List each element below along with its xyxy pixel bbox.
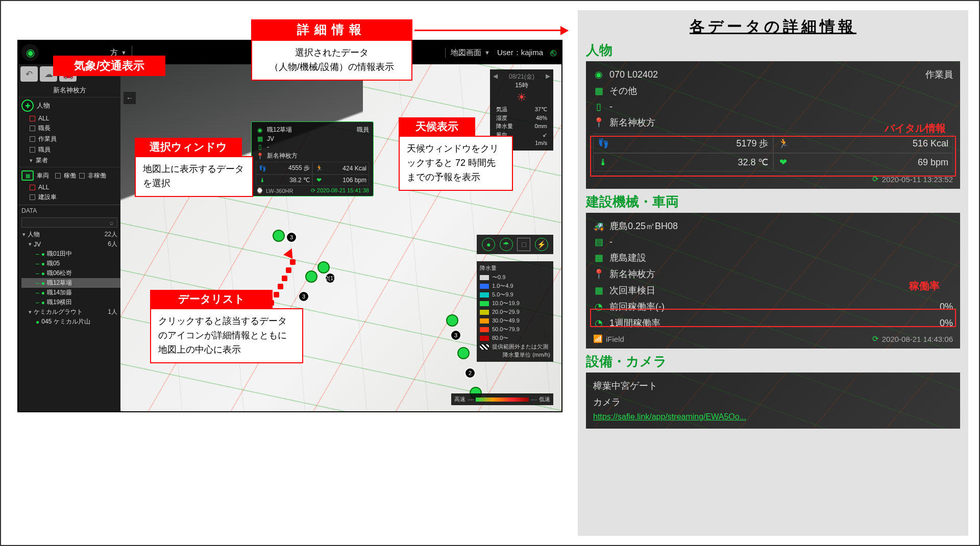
- map-cluster[interactable]: 2(1): [325, 272, 336, 284]
- clock-icon: ⟳: [872, 175, 879, 184]
- callout-select-title: 選択ウィンドウ: [135, 138, 242, 156]
- speed-legend: 高速········低速: [451, 393, 553, 405]
- vehicle-all[interactable]: ALL: [30, 183, 120, 192]
- side-panel: ↶ ☁ 🚗 新名神枚方 ✚ 人物 ALL 職長 作業員 職員 ▾業者 ▦ 車両 …: [18, 64, 120, 411]
- map-marker[interactable]: [317, 261, 330, 274]
- collapse-side-button[interactable]: ←: [124, 92, 136, 104]
- heart-icon: ❤: [315, 177, 323, 184]
- filter-staff[interactable]: 職員: [30, 144, 120, 155]
- section-camera: 設備・カメラ: [586, 353, 960, 370]
- person-card: ◉070 L02402作業員 ▦その他 ▯- 📍新名神枚方 バイタル情報 👣51…: [586, 61, 960, 189]
- person-icon: ✚: [21, 100, 34, 112]
- rain-legend: 降水量 〜0.91.0〜4.95.0〜9.910.0〜19.920.0〜29.9…: [477, 261, 553, 362]
- thermo-icon: 🌡: [258, 177, 266, 184]
- vehicle-sub[interactable]: 建設車: [30, 192, 120, 203]
- tree-group[interactable]: ▾JV6人: [21, 239, 120, 249]
- callout-datalist-body: クリックすると該当するデータのアイコンが詳細情報とともに地図上の中心に表示: [150, 308, 303, 363]
- tree-root[interactable]: ▾人物22人: [21, 230, 120, 239]
- pin-icon: 📍: [593, 268, 604, 280]
- site-name: 新名神枚方: [18, 84, 120, 97]
- person-filters: ALL 職長 作業員 職員 ▾業者: [18, 114, 120, 166]
- phone-icon: ▯: [256, 143, 264, 151]
- map-cluster[interactable]: 3: [450, 330, 461, 341]
- map-cluster[interactable]: 3: [298, 291, 309, 302]
- excavator-icon: 🚜: [593, 220, 604, 232]
- detail-info-panel: 各データの詳細情報 人物 ◉070 L02402作業員 ▦その他 ▯- 📍新名神…: [578, 10, 968, 536]
- view-dropdown[interactable]: 地図画面▼: [445, 48, 490, 58]
- person-icon: ◉: [256, 127, 264, 134]
- thermo-icon: 🌡: [598, 157, 609, 168]
- next-icon[interactable]: ▶: [546, 72, 550, 81]
- data-header: DATA: [18, 205, 120, 216]
- callout-detail-body: 選択されたデータ （人物/機械/設備）の情報表示: [251, 40, 412, 81]
- person-icon: ◉: [593, 69, 604, 80]
- callout-weather-title: 天候表示: [399, 117, 475, 136]
- filter-chief[interactable]: 職長: [30, 123, 120, 134]
- map-cluster[interactable]: 2: [464, 367, 476, 379]
- data-search-input[interactable]: ⌕: [21, 217, 117, 228]
- layer-power-toggle[interactable]: ⚡: [535, 238, 548, 251]
- gauge-icon: ◔: [593, 301, 604, 312]
- filter-vendor-expand[interactable]: ▾業者: [30, 155, 120, 166]
- filter-all[interactable]: ALL: [30, 114, 120, 123]
- chevron-down-icon: ▼: [484, 49, 490, 56]
- undo-button[interactable]: ↶: [20, 66, 38, 82]
- map-marker[interactable]: [457, 347, 470, 359]
- run-icon: 🏃: [315, 165, 323, 172]
- clock-icon: ⟳: [311, 187, 315, 193]
- user-label: User：kajima: [497, 48, 543, 58]
- sun-icon: ☀: [493, 91, 550, 104]
- heart-icon: ❤: [778, 157, 789, 168]
- logout-icon[interactable]: ⎋: [550, 47, 556, 59]
- map-marker[interactable]: [446, 314, 458, 327]
- section-person: 人物: [586, 41, 960, 59]
- filter-worker[interactable]: 作業員: [30, 134, 120, 144]
- category-person[interactable]: ✚ 人物: [18, 97, 120, 114]
- panel-title: 各データの詳細情報: [586, 16, 960, 37]
- tree-item[interactable]: –●職19横田: [21, 297, 120, 307]
- clock-icon: ⟳: [872, 334, 879, 343]
- tree-group[interactable]: ▾ケミカルグラウト1人: [21, 307, 120, 317]
- gauge-icon: ◔: [593, 317, 604, 329]
- vehicle-card: 🚜鹿島0.25㎥BH08 ▤- ▦鹿島建設 📍新名神枚方 稼働率 ▦次回車検日 …: [586, 213, 960, 349]
- tree-item-selected[interactable]: –●職12草場: [21, 278, 120, 288]
- vehicle-icon: ▦: [21, 170, 34, 181]
- callout-datalist-title: データリスト: [150, 290, 273, 308]
- pin-icon: 📍: [593, 117, 604, 128]
- calendar-icon: ▦: [593, 285, 604, 296]
- steps-icon: 👣: [258, 165, 266, 172]
- building-icon: ▦: [256, 135, 264, 142]
- search-icon: ⌕: [110, 219, 114, 227]
- callout-weather-body: 天候ウィンドウをクリックすると 72 時間先までの予報を表示: [399, 136, 513, 191]
- app-logo-icon: ◉: [21, 44, 39, 61]
- tree-item[interactable]: –●職05: [21, 259, 120, 268]
- annotation-arrow-right: [414, 30, 568, 31]
- signal-icon: 📶: [593, 334, 603, 343]
- run-icon: 🏃: [778, 138, 789, 149]
- steps-icon: 👣: [598, 138, 609, 149]
- chevron-down-icon: ▼: [121, 49, 127, 56]
- building-icon: ▦: [593, 85, 604, 96]
- note-icon: ▤: [593, 236, 604, 247]
- vital-label: バイタル情報: [885, 121, 946, 135]
- device-icon: ⌚: [256, 187, 264, 194]
- camera-stream-link[interactable]: https://safie.link/app/streaming/EWA5Oo.…: [593, 412, 746, 421]
- layer-marker-toggle[interactable]: ●: [482, 238, 495, 251]
- layer-area-toggle[interactable]: □: [517, 238, 530, 251]
- camera-card: 樟葉中宮ゲート カメラ https://safie.link/app/strea…: [586, 373, 960, 429]
- category-vehicle[interactable]: ▦ 車両 稼働 非稼働: [18, 168, 120, 183]
- layer-rain-toggle[interactable]: ☂: [500, 238, 513, 251]
- map-marker[interactable]: [305, 270, 317, 283]
- callout-select-body: 地図上に表示するデータを選択: [135, 156, 253, 197]
- tree-item[interactable]: –●職01田中: [21, 249, 120, 259]
- prev-icon[interactable]: ◀: [493, 72, 498, 81]
- map-cluster[interactable]: 3: [286, 232, 297, 243]
- phone-icon: ▯: [593, 101, 604, 112]
- map-marker[interactable]: [273, 230, 285, 242]
- data-tree: ▾人物22人 ▾JV6人 –●職01田中 –●職05 –●職06松嵜 –●職12…: [18, 229, 120, 411]
- tree-item[interactable]: –●職14加藤: [21, 288, 120, 297]
- detail-popup: ◉職12草場職員 ▦JV ▯- 📍新名神枚方 👣4555 歩 🏃424 Kcal…: [251, 121, 374, 196]
- tree-item[interactable]: ●045 ケミカル片山: [21, 317, 120, 327]
- layer-toggle-panel: ● ☂ □ ⚡: [477, 235, 553, 254]
- tree-item[interactable]: –●職06松嵜: [21, 268, 120, 278]
